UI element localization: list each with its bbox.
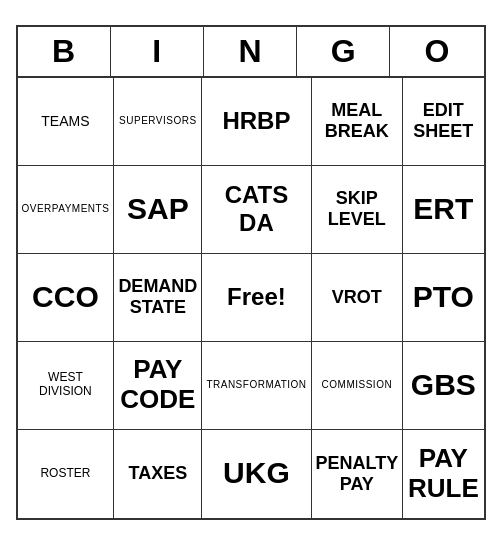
bingo-grid: TEAMSSUPERVISORSHRBPMEALBREAKEDITSHEETOV… bbox=[18, 78, 484, 518]
bingo-card: BINGO TEAMSSUPERVISORSHRBPMEALBREAKEDITS… bbox=[16, 25, 486, 520]
cell-label: COMMISSION bbox=[322, 379, 393, 391]
cell-label: HRBP bbox=[222, 107, 290, 135]
cell-label: GBS bbox=[411, 368, 476, 403]
cell-label: PTO bbox=[413, 280, 474, 315]
bingo-cell: CCO bbox=[18, 254, 115, 342]
bingo-cell: TRANSFORMATION bbox=[202, 342, 311, 430]
bingo-cell: Free! bbox=[202, 254, 311, 342]
bingo-cell: TAXES bbox=[114, 430, 202, 518]
cell-label: TRANSFORMATION bbox=[206, 379, 306, 391]
bingo-cell: OVERPAYMENTS bbox=[18, 166, 115, 254]
cell-label: PAYRULE bbox=[408, 444, 479, 504]
bingo-cell: MEALBREAK bbox=[312, 78, 404, 166]
cell-label: TAXES bbox=[129, 463, 188, 484]
bingo-header: BINGO bbox=[18, 27, 484, 78]
bingo-cell: CATSDA bbox=[202, 166, 311, 254]
bingo-cell: UKG bbox=[202, 430, 311, 518]
bingo-cell: SKIPLEVEL bbox=[312, 166, 404, 254]
bingo-cell: ERT bbox=[403, 166, 483, 254]
cell-label: PAYCODE bbox=[120, 355, 195, 415]
bingo-cell: VROT bbox=[312, 254, 404, 342]
bingo-cell: GBS bbox=[403, 342, 483, 430]
bingo-cell: ROSTER bbox=[18, 430, 115, 518]
cell-label: ERT bbox=[413, 192, 473, 227]
cell-label: MEALBREAK bbox=[325, 100, 389, 141]
cell-label: ROSTER bbox=[40, 467, 90, 481]
bingo-cell: PENALTYPAY bbox=[312, 430, 404, 518]
bingo-cell: PTO bbox=[403, 254, 483, 342]
cell-label: TEAMS bbox=[41, 113, 89, 129]
header-letter: G bbox=[297, 27, 390, 76]
cell-label: CATSDA bbox=[225, 181, 289, 236]
bingo-cell: EDITSHEET bbox=[403, 78, 483, 166]
header-letter: B bbox=[18, 27, 111, 76]
cell-label: Free! bbox=[227, 283, 286, 311]
cell-label: UKG bbox=[223, 456, 290, 491]
cell-label: WESTDIVISION bbox=[39, 371, 92, 399]
cell-label: SAP bbox=[127, 192, 189, 227]
cell-label: DEMANDSTATE bbox=[118, 276, 197, 317]
bingo-cell: DEMANDSTATE bbox=[114, 254, 202, 342]
cell-label: OVERPAYMENTS bbox=[22, 203, 110, 215]
bingo-cell: HRBP bbox=[202, 78, 311, 166]
bingo-cell: TEAMS bbox=[18, 78, 115, 166]
cell-label: SUPERVISORS bbox=[119, 115, 197, 127]
header-letter: N bbox=[204, 27, 297, 76]
cell-label: PENALTYPAY bbox=[316, 453, 399, 494]
header-letter: I bbox=[111, 27, 204, 76]
bingo-cell: SAP bbox=[114, 166, 202, 254]
header-letter: O bbox=[390, 27, 483, 76]
cell-label: SKIPLEVEL bbox=[328, 188, 386, 229]
bingo-cell: SUPERVISORS bbox=[114, 78, 202, 166]
cell-label: VROT bbox=[332, 287, 382, 308]
bingo-cell: WESTDIVISION bbox=[18, 342, 115, 430]
cell-label: CCO bbox=[32, 280, 99, 315]
bingo-cell: COMMISSION bbox=[312, 342, 404, 430]
cell-label: EDITSHEET bbox=[413, 100, 473, 141]
bingo-cell: PAYRULE bbox=[403, 430, 483, 518]
bingo-cell: PAYCODE bbox=[114, 342, 202, 430]
